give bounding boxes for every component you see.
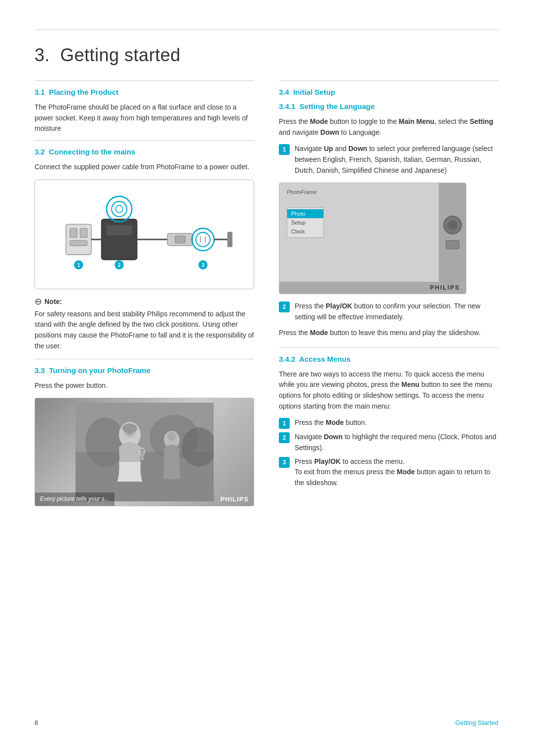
- section-3-4-2-divider: [279, 347, 498, 348]
- photo-silhouette: [35, 398, 254, 506]
- svg-rect-0: [66, 224, 91, 255]
- section-3-4-1-intro: Press the Mode button to toggle to the M…: [279, 116, 498, 138]
- photoframe-illustration: PhotoFrame Photo Setup Clock: [279, 183, 466, 294]
- svg-text:2: 2: [117, 263, 120, 268]
- step-2-num: 2: [279, 302, 290, 312]
- access-step-3-text: Press Play/OK to access the menu.To exit…: [295, 456, 498, 489]
- access-step-1: 1 Press the Mode button.: [279, 417, 498, 429]
- power-diagram-box: 1 2: [35, 180, 254, 289]
- section-3-4-2-heading: 3.4.2 Access Menus: [279, 355, 498, 363]
- svg-point-16: [195, 232, 210, 247]
- section-3-2-num: 3.2: [35, 148, 45, 156]
- svg-rect-1: [70, 228, 76, 237]
- pf-btn-1: [446, 240, 459, 249]
- svg-rect-3: [70, 240, 87, 245]
- section-3-3-title: Turning on your PhotoFrame: [49, 366, 151, 375]
- access-step-1-text: Press the Mode button.: [295, 417, 367, 428]
- svg-point-29: [122, 423, 137, 433]
- svg-rect-21: [227, 232, 232, 247]
- section-3-2-body: Connect the supplied power cable from Ph…: [35, 162, 254, 173]
- pf-menu-clock: Clock: [287, 227, 323, 236]
- power-diagram-svg: 1 2: [56, 190, 233, 279]
- note-icon: ⊖: [35, 296, 42, 307]
- svg-point-15: [191, 228, 214, 250]
- access-menus-list: 1 Press the Mode button. 2 Navigate Down…: [279, 417, 498, 488]
- step-2-text: Press the Play/OK button to confirm your…: [295, 301, 498, 322]
- section-3-2-title: Connecting to the mains: [49, 148, 135, 156]
- section-3-3-divider: [35, 359, 254, 359]
- section-3-4-divider: [279, 80, 498, 81]
- svg-point-9: [112, 201, 127, 217]
- section-3-4-heading: 3.4 Initial Setup: [279, 88, 498, 96]
- chapter-title: Getting started: [60, 45, 181, 65]
- access-step-2: 2 Navigate Down to highlight the require…: [279, 432, 498, 453]
- svg-rect-7: [106, 225, 131, 235]
- top-divider: [35, 30, 498, 30]
- section-3-4-1-title: Setting the Language: [300, 102, 375, 111]
- access-step-2-text: Navigate Down to highlight the required …: [295, 432, 498, 453]
- access-step-3-num: 3: [279, 457, 290, 468]
- access-step-3: 3 Press Play/OK to access the menu.To ex…: [279, 456, 498, 489]
- svg-point-8: [106, 196, 131, 222]
- section-3-3-heading: 3.3 Turning on your PhotoFrame: [35, 366, 254, 375]
- pf-menu-setup: Setup: [287, 218, 323, 227]
- chapter-num: 3.: [35, 45, 50, 65]
- pf-philips-brand: PHILIPS: [430, 284, 460, 291]
- pf-brand-bar: PHILIPS: [279, 282, 466, 294]
- section-3-1-divider: [35, 80, 254, 81]
- footer-page-number: 8: [35, 719, 38, 726]
- section-3-4-num: 3.4: [279, 88, 289, 96]
- step-1-text: Navigate Up and Down to select your pref…: [295, 144, 498, 176]
- photo-caption: Every picture tells your s...: [35, 492, 114, 506]
- page-heading: 3. Getting started: [35, 45, 498, 66]
- section-3-1-title: Placing the Product: [49, 88, 118, 96]
- after-step2-text: Press the Mode button to leave this menu…: [279, 328, 498, 339]
- pf-menu-photo: Photo: [287, 209, 323, 218]
- pf-controls: [439, 183, 466, 282]
- right-column: 3.4 Initial Setup 3.4.1 Setting the Lang…: [279, 80, 498, 699]
- section-3-3-num: 3.3: [35, 366, 45, 375]
- svg-text:3: 3: [201, 263, 204, 268]
- svg-point-10: [115, 205, 122, 212]
- photo-brand: PHILIPS: [215, 492, 254, 506]
- step-1-num: 1: [279, 144, 290, 155]
- two-column-layout: 3.1 Placing the Product The PhotoFrame s…: [35, 80, 498, 699]
- photo-box: Every picture tells your s... PHILIPS: [35, 398, 254, 506]
- section-3-4-2-intro: There are two ways to access the menu. T…: [279, 369, 498, 412]
- section-3-4-title: Initial Setup: [293, 88, 335, 96]
- pf-brand-label: PhotoFrame: [287, 189, 431, 195]
- section-3-4-2-title: Access Menus: [299, 355, 350, 363]
- access-step-1-num: 1: [279, 418, 290, 429]
- section-3-4-2-num: 3.4.2: [279, 355, 295, 363]
- note-block: ⊖ Note: For safety reasons and best stab…: [35, 296, 254, 352]
- section-3-1-num: 3.1: [35, 88, 45, 96]
- svg-rect-14: [175, 236, 185, 243]
- svg-point-31: [167, 432, 176, 441]
- pf-menu: Photo Setup Clock: [287, 207, 324, 238]
- section-3-4-1-num: 3.4.1: [279, 102, 295, 111]
- pf-dpad: [443, 216, 462, 234]
- section-3-4-1-heading: 3.4.1 Setting the Language: [279, 102, 498, 111]
- step-1: 1 Navigate Up and Down to select your pr…: [279, 144, 498, 176]
- section-3-1-heading: 3.1 Placing the Product: [35, 88, 254, 96]
- footer-chapter-label: Getting Started: [456, 719, 498, 726]
- section-3-2-heading: 3.2 Connecting to the mains: [35, 148, 254, 156]
- svg-point-24: [85, 417, 125, 467]
- section-3-3-body: Press the power button.: [35, 380, 254, 391]
- access-step-2-num: 2: [279, 432, 290, 443]
- section-3-1-body: The PhotoFrame should be placed on a fla…: [35, 102, 254, 134]
- page: 3. Getting started 3.1 Placing the Produ…: [0, 0, 533, 756]
- section-3-2-divider: [35, 140, 254, 141]
- page-footer: 8 Getting Started: [35, 714, 498, 726]
- left-column: 3.1 Placing the Product The PhotoFrame s…: [35, 80, 254, 699]
- step-2: 2 Press the Play/OK button to confirm yo…: [279, 301, 498, 322]
- svg-rect-2: [80, 228, 87, 237]
- note-label: Note:: [44, 298, 62, 305]
- svg-text:1: 1: [77, 263, 80, 268]
- note-body: For safety reasons and best stability Ph…: [35, 309, 254, 352]
